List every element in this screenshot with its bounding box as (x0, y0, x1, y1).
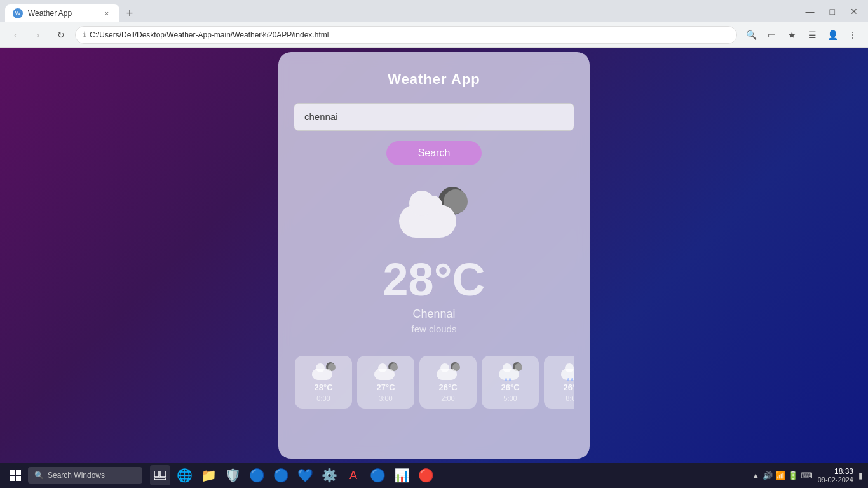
sidebar-button[interactable]: ☰ (803, 26, 821, 44)
start-button[interactable] (5, 465, 25, 485)
forecast-temp-4: 26°C (563, 383, 574, 392)
minimize-button[interactable]: — (801, 4, 820, 19)
browser-titlebar: W Weather App × + — □ ✕ (0, 0, 868, 22)
svg-rect-2 (10, 476, 15, 481)
forecast-temp-1: 27°C (376, 383, 395, 392)
forecast-card-4: 26°C 8:00 (544, 356, 574, 409)
svg-rect-6 (154, 478, 166, 480)
system-tray-icons: ▲ 🔊 📶 🔋 ⌨ (752, 471, 813, 480)
active-tab[interactable]: W Weather App × (5, 4, 119, 22)
app-title: Weather App (388, 71, 480, 88)
tab-close-button[interactable]: × (102, 8, 112, 18)
fc-cloud-1 (374, 369, 395, 380)
maximize-button[interactable]: □ (825, 4, 840, 19)
tab-strip: W Weather App × + (5, 0, 139, 22)
chrome-app[interactable]: 🔵 (247, 465, 267, 485)
tab-title-label: Weather App (28, 9, 97, 18)
zoom-button[interactable]: 🔍 (742, 26, 760, 44)
acrobat-app[interactable]: A (343, 465, 363, 485)
forecast-icon-4 (561, 362, 574, 380)
taskbar-right: ▲ 🔊 📶 🔋 ⌨ 18:33 09-02-2024 ▮ (752, 467, 863, 484)
cloud-icon (399, 205, 456, 238)
browser-navbar: ‹ › ↻ ℹ C:/Users/Dell/Desktop/Weather-Ap… (0, 22, 868, 48)
forecast-card-3: 26°C 5:00 (482, 356, 539, 409)
forecast-icon-1 (374, 362, 397, 380)
search-button[interactable]: Search (386, 141, 482, 165)
system-clock[interactable]: 18:33 09-02-2024 (818, 467, 853, 484)
taskbar-search[interactable]: 🔍 Search Windows (28, 467, 142, 484)
close-window-button[interactable]: ✕ (845, 4, 863, 19)
forecast-time-4: 8:00 (566, 395, 574, 402)
battery-icon[interactable]: 🔋 (788, 471, 798, 480)
bookmark-button[interactable]: ★ (783, 26, 801, 44)
weather-icon (399, 187, 469, 238)
show-desktop-button[interactable]: ▮ (858, 471, 863, 480)
forecast-strip[interactable]: 28°C 0:00 27°C 3:00 26°C (294, 353, 574, 414)
fc-cloud-0 (312, 369, 332, 380)
forecast-card-1: 27°C 3:00 (357, 356, 414, 409)
svg-rect-5 (160, 471, 166, 477)
address-bar[interactable]: ℹ C:/Users/Dell/Desktop/Weather-App-main… (75, 26, 737, 44)
tray-expand-icon[interactable]: ▲ (752, 471, 760, 480)
forecast-time-2: 2:00 (441, 395, 454, 402)
forecast-temp-3: 26°C (501, 383, 519, 392)
taskbar-search-label: Search Windows (48, 471, 105, 480)
forecast-icon-0 (312, 362, 335, 380)
edge-taskbar-app[interactable]: 🌐 (174, 465, 194, 485)
chrome3-app[interactable]: 🔵 (367, 465, 388, 485)
address-text: C:/Users/Dell/Desktop/Weather-App-main/W… (90, 30, 329, 39)
forecast-inner: 28°C 0:00 27°C 3:00 26°C (294, 353, 574, 411)
forward-button[interactable]: › (29, 26, 47, 44)
address-protocol-icon: ℹ (83, 30, 86, 39)
keyboard-icon[interactable]: ⌨ (801, 471, 813, 480)
city-name-display: Chennai (412, 308, 455, 321)
shield-app[interactable]: 🛡️ (222, 465, 243, 485)
svg-rect-1 (16, 470, 21, 475)
vscode-app[interactable]: 💙 (295, 465, 315, 485)
svg-rect-3 (16, 476, 21, 481)
taskbar-apps: 🌐 📁 🛡️ 🔵 🔵 💙 ⚙️ A 🔵 📊 🔴 (150, 465, 436, 485)
refresh-button[interactable]: ↻ (52, 26, 70, 44)
main-area: Weather App Search 28°C Chennai few clou… (0, 48, 868, 463)
svg-rect-4 (154, 471, 159, 477)
forecast-time-1: 3:00 (379, 395, 392, 402)
profile-button[interactable]: 👤 (824, 26, 841, 44)
back-button[interactable]: ‹ (6, 26, 24, 44)
forecast-time-3: 5:00 (503, 395, 517, 402)
task-view-button[interactable] (150, 465, 170, 485)
menu-button[interactable]: ⋮ (844, 26, 862, 44)
weather-card: Weather App Search 28°C Chennai few clou… (278, 52, 590, 459)
app9[interactable]: 📊 (391, 465, 412, 485)
forecast-icon-2 (437, 362, 459, 380)
nav-right-buttons: 🔍 ▭ ★ ☰ 👤 ⋮ (742, 26, 862, 44)
forecast-temp-2: 26°C (438, 383, 457, 392)
volume-icon[interactable]: 🔊 (763, 471, 773, 480)
weather-description: few clouds (412, 323, 457, 334)
clock-time: 18:33 (818, 467, 853, 476)
forecast-card-2: 26°C 2:00 (419, 356, 477, 409)
forecast-icon-3 (499, 362, 522, 380)
svg-rect-0 (10, 470, 15, 475)
forecast-time-0: 0:00 (316, 395, 330, 402)
taskbar-search-icon: 🔍 (34, 471, 44, 480)
forecast-temp-0: 28°C (314, 383, 332, 392)
network-icon[interactable]: 📶 (775, 471, 785, 480)
cast-button[interactable]: ▭ (763, 26, 780, 44)
file-explorer-app[interactable]: 📁 (198, 465, 219, 485)
settings-app[interactable]: ⚙️ (319, 465, 339, 485)
fc-cloud-2 (437, 369, 457, 380)
tab-favicon: W (13, 8, 23, 18)
forecast-card-0: 28°C 0:00 (295, 356, 352, 409)
taskbar: 🔍 Search Windows 🌐 📁 🛡️ 🔵 🔵 💙 ⚙️ A 🔵 📊 🔴… (0, 463, 868, 488)
temperature-display: 28°C (383, 257, 485, 302)
window-controls: — □ ✕ (801, 4, 863, 19)
app10[interactable]: 🔴 (416, 465, 436, 485)
clock-date: 09-02-2024 (818, 476, 853, 484)
city-search-input[interactable] (294, 103, 574, 131)
new-tab-button[interactable]: + (121, 4, 139, 22)
chrome2-app[interactable]: 🔵 (271, 465, 291, 485)
